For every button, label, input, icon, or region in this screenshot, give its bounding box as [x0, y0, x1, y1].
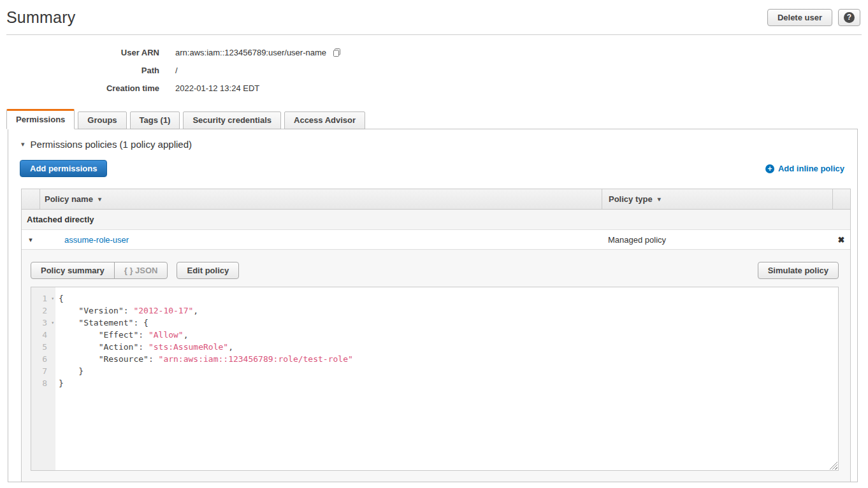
fold-caret-icon[interactable]: ▾ — [51, 317, 54, 329]
policy-name-link[interactable]: assume-role-user — [64, 235, 129, 245]
policy-row: ▾ assume-role-user Managed policy ✖ — [22, 230, 850, 250]
permissions-tab-panel: ▾ Permissions policies (1 policy applied… — [8, 129, 858, 482]
policies-table: Policy name ▾ Policy type ▾ Attached dir… — [21, 189, 851, 482]
detail-label: User ARN — [0, 48, 159, 57]
line-number: 1▾ — [31, 292, 55, 305]
line-number: 4 — [31, 329, 55, 341]
sort-caret-icon: ▾ — [658, 196, 661, 203]
code-line: } — [59, 365, 838, 377]
json-policy-editor[interactable]: 1▾23▾45678 { "Version": "2012-10-17", "S… — [31, 287, 839, 471]
detail-label: Creation time — [0, 83, 159, 93]
code-line: "Version": "2012-10-17", — [59, 305, 838, 317]
page-title: Summary — [6, 8, 75, 27]
user-detail-row: Creation time2022-01-12 13:24 EDT — [0, 79, 868, 97]
collapse-caret-icon: ▾ — [21, 140, 25, 148]
plus-circle-icon: + — [765, 164, 774, 173]
line-number: 6 — [31, 353, 55, 365]
permissions-policies-heading-label: Permissions policies (1 policy applied) — [31, 139, 192, 150]
caret-column-header — [22, 189, 40, 209]
policy-actions-row: Add permissions + Add inline policy — [20, 160, 844, 177]
line-number: 5 — [31, 341, 55, 353]
line-number: 3▾ — [31, 317, 55, 329]
tab-access-advisor[interactable]: Access Advisor — [284, 111, 365, 129]
policy-name-column-header[interactable]: Policy name ▾ — [40, 189, 602, 209]
user-detail-row: Path/ — [0, 61, 868, 79]
policy-type-column-header[interactable]: Policy type ▾ — [602, 189, 832, 209]
code-line: "Resource": "arn:aws:iam::123456789:role… — [59, 353, 838, 365]
tab-groups[interactable]: Groups — [78, 111, 126, 129]
detail-value: arn:aws:iam::123456789:user/user-name — [175, 48, 342, 57]
page-header: Summary Delete user ? — [6, 0, 862, 35]
policies-table-header: Policy name ▾ Policy type ▾ — [22, 189, 850, 210]
user-detail-row: User ARNarn:aws:iam::123456789:user/user… — [0, 43, 868, 61]
json-button[interactable]: { } JSON — [114, 262, 168, 279]
line-number: 7 — [31, 365, 55, 377]
add-permissions-button[interactable]: Add permissions — [20, 160, 107, 177]
permissions-policies-heading[interactable]: ▾ Permissions policies (1 policy applied… — [21, 139, 857, 150]
tab-tags-1[interactable]: Tags (1) — [130, 111, 180, 129]
tab-security-credentials[interactable]: Security credentials — [183, 111, 281, 129]
tab-bar: PermissionsGroupsTags (1)Security creden… — [6, 109, 868, 129]
attached-directly-group-row: Attached directly — [22, 210, 850, 230]
detail-value: / — [175, 66, 178, 75]
policy-view-toggle-group: Policy summary { } JSON — [31, 262, 168, 279]
edit-policy-button[interactable]: Edit policy — [177, 262, 239, 279]
code-line: } — [59, 377, 838, 389]
line-number: 2 — [31, 305, 55, 317]
row-expand-caret-icon[interactable]: ▾ — [22, 236, 40, 244]
editor-resize-handle[interactable] — [829, 461, 837, 470]
detail-value: 2022-01-12 13:24 EDT — [175, 83, 259, 93]
header-actions: Delete user ? — [767, 9, 862, 26]
add-inline-policy-link[interactable]: + Add inline policy — [765, 164, 844, 173]
code-line: { — [59, 292, 838, 305]
policy-detail-expanded: Policy summary { } JSON Edit policy Simu… — [22, 250, 850, 482]
tab-permissions[interactable]: Permissions — [6, 109, 75, 129]
detail-label: Path — [0, 66, 159, 75]
line-number: 8 — [31, 377, 55, 389]
editor-code[interactable]: { "Version": "2012-10-17", "Statement": … — [55, 287, 838, 470]
user-details: User ARNarn:aws:iam::123456789:user/user… — [0, 35, 868, 102]
code-line: "Effect": "Allow", — [59, 329, 838, 341]
add-inline-policy-label: Add inline policy — [778, 164, 844, 173]
help-button[interactable]: ? — [838, 9, 860, 26]
policy-type-value: Managed policy — [602, 235, 832, 245]
code-line: "Statement": { — [59, 317, 838, 329]
policy-summary-button[interactable]: Policy summary — [31, 262, 115, 279]
delete-user-button[interactable]: Delete user — [767, 9, 832, 26]
question-mark-icon: ? — [844, 12, 855, 23]
fold-caret-icon[interactable]: ▾ — [51, 292, 54, 305]
code-line: "Action": "sts:AssumeRole", — [59, 341, 838, 353]
editor-gutter: 1▾23▾45678 — [31, 287, 55, 470]
policy-detail-buttons: Policy summary { } JSON Edit policy Simu… — [31, 262, 839, 279]
simulate-policy-button[interactable]: Simulate policy — [758, 262, 839, 279]
remove-column-header — [832, 189, 850, 209]
remove-policy-button[interactable]: ✖ — [832, 235, 850, 245]
sort-caret-icon: ▾ — [98, 196, 101, 203]
copy-icon[interactable] — [332, 48, 342, 57]
